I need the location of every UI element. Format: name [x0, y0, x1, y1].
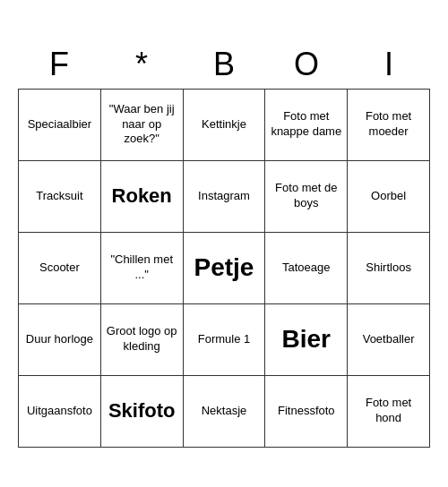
cell-1-0: Tracksuit: [19, 161, 101, 233]
header-letter-4: I: [348, 40, 430, 89]
header-letter-0: F: [18, 40, 100, 89]
bingo-card: F*BOI Speciaalbier"Waar ben jij naar op …: [18, 40, 430, 448]
cell-4-4: Foto met hond: [348, 376, 430, 448]
cell-0-0: Speciaalbier: [19, 90, 101, 161]
cell-2-1: "Chillen met ...": [101, 233, 184, 304]
cell-3-3: Bier: [265, 304, 348, 376]
cell-0-1: "Waar ben jij naar op zoek?": [101, 90, 184, 161]
bingo-header: F*BOI: [18, 40, 430, 89]
cell-0-4: Foto met moeder: [348, 90, 430, 161]
cell-2-2: Petje: [184, 233, 266, 304]
cell-2-4: Shirtloos: [348, 233, 430, 304]
cell-4-3: Fitnessfoto: [265, 376, 348, 448]
cell-1-1: Roken: [101, 161, 184, 233]
cell-4-2: Nektasje: [184, 376, 266, 448]
cell-2-3: Tatoeage: [265, 233, 348, 304]
cell-3-0: Duur horloge: [19, 304, 101, 376]
header-letter-3: O: [265, 40, 348, 89]
cell-2-0: Scooter: [19, 233, 101, 304]
bingo-grid: Speciaalbier"Waar ben jij naar op zoek?"…: [18, 89, 430, 448]
cell-4-1: Skifoto: [101, 376, 184, 448]
cell-4-0: Uitgaansfoto: [19, 376, 101, 448]
cell-0-2: Kettinkje: [184, 90, 266, 161]
cell-1-3: Foto met de boys: [265, 161, 348, 233]
header-letter-2: B: [183, 40, 265, 89]
header-letter-1: *: [100, 40, 183, 89]
cell-1-4: Oorbel: [348, 161, 430, 233]
cell-1-2: Instagram: [184, 161, 266, 233]
cell-3-2: Formule 1: [184, 304, 266, 376]
cell-0-3: Foto met knappe dame: [265, 90, 348, 161]
cell-3-1: Groot logo op kleding: [101, 304, 184, 376]
cell-3-4: Voetballer: [348, 304, 430, 376]
